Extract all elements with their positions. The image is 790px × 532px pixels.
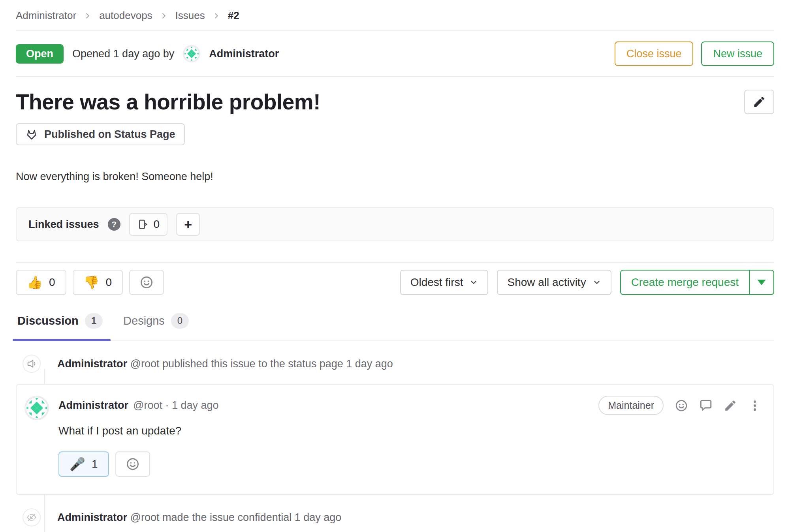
title-row: There was a horrible problem! (16, 90, 774, 115)
new-issue-button[interactable]: New issue (701, 41, 774, 66)
note-body: @root published this issue to the status… (130, 358, 393, 370)
activity-filter-dropdown[interactable]: Show all activity (497, 270, 611, 295)
tab-designs-label: Designs (123, 314, 165, 327)
add-reaction-button[interactable] (115, 451, 150, 477)
system-note-text: Administrator @root published this issue… (57, 358, 393, 370)
header-actions: Close issue New issue (615, 41, 774, 66)
issue-tabs: Discussion 1 Designs 0 (16, 301, 774, 341)
comment-header: Administrator @root · 1 day ago Maintain… (58, 396, 762, 415)
comment-body: What if I post an update? (58, 425, 762, 437)
linked-issues-count: 0 (154, 218, 160, 231)
note-author[interactable]: Administrator (57, 358, 127, 370)
add-reaction-icon[interactable] (675, 399, 688, 412)
system-note-published: Administrator @root published this issue… (16, 355, 774, 373)
breadcrumb-group[interactable]: Administrator (16, 9, 76, 22)
issue-page: Administrator autodevops Issues #2 Open … (0, 0, 790, 526)
divider (16, 76, 774, 77)
gitlab-tanuki-icon (25, 128, 38, 141)
more-actions-icon[interactable] (748, 399, 762, 412)
chevron-right-icon (83, 11, 92, 20)
megaphone-icon (23, 355, 41, 373)
awards-toolbar-row: 👍 0 👎 0 Oldest first Show all activity (16, 263, 774, 301)
tab-designs-count: 0 (171, 313, 189, 329)
discussion-timeline: Administrator @root published this issue… (16, 341, 774, 526)
help-icon[interactable]: ? (108, 218, 120, 231)
author-link[interactable]: Administrator (209, 48, 279, 60)
thumbs-up-award-button[interactable]: 👍 0 (16, 270, 66, 295)
create-merge-request-dropdown-toggle[interactable] (749, 271, 773, 294)
chevron-right-icon (160, 11, 168, 20)
thumbs-up-icon: 👍 (27, 276, 43, 289)
tab-discussion-count: 1 (85, 313, 103, 329)
eye-slash-icon (23, 508, 41, 526)
chevron-down-icon (592, 278, 601, 287)
issue-status-row: Open Opened 1 day ago by Administrator C… (16, 31, 774, 76)
close-issue-button[interactable]: Close issue (615, 41, 694, 66)
thumbs-up-count: 0 (49, 276, 55, 289)
thumbs-down-award-button[interactable]: 👎 0 (73, 270, 123, 295)
create-merge-request-button[interactable]: Create merge request (621, 271, 749, 294)
system-note-text: Administrator @root made the issue confi… (57, 511, 341, 524)
tab-discussion[interactable]: Discussion 1 (16, 304, 104, 340)
microphone-award-count: 1 (92, 458, 98, 470)
status-badge: Open (16, 44, 64, 64)
avatar[interactable] (183, 45, 200, 62)
note-author[interactable]: Administrator (57, 511, 127, 523)
tab-designs[interactable]: Designs 0 (122, 304, 190, 340)
microphone-award-button[interactable]: 🎤 1 (58, 451, 109, 477)
comment-content: Administrator @root · 1 day ago Maintain… (58, 396, 762, 477)
note-body: @root made the issue confidential 1 day … (130, 511, 342, 523)
comment-author-link[interactable]: Administrator (58, 399, 128, 412)
sort-dropdown-label: Oldest first (410, 276, 463, 289)
published-status-page-badge: Published on Status Page (16, 123, 185, 145)
breadcrumb-project[interactable]: autodevops (99, 9, 152, 22)
role-badge: Maintainer (598, 396, 664, 415)
linked-issues-count-chip: 0 (129, 213, 168, 236)
issue-description: Now everything is broken! Someone help! (16, 171, 774, 183)
breadcrumb-current-issue: #2 (228, 9, 239, 22)
breadcrumb-issues[interactable]: Issues (175, 9, 205, 22)
reply-comment-icon[interactable] (699, 399, 713, 412)
opened-text: Opened 1 day ago by (72, 48, 174, 60)
smiley-icon (126, 457, 140, 471)
edit-comment-icon[interactable] (724, 399, 737, 412)
tab-discussion-label: Discussion (17, 314, 79, 327)
caret-down-icon (757, 280, 766, 285)
published-status-page-label: Published on Status Page (44, 128, 175, 141)
issue-title: There was a horrible problem! (16, 90, 320, 115)
comment-actions: Maintainer (598, 396, 762, 415)
avatar[interactable] (24, 396, 49, 420)
comment-card: Administrator @root · 1 day ago Maintain… (16, 384, 774, 495)
discussion-toolbar: Oldest first Show all activity Create me… (400, 270, 774, 295)
edit-title-button[interactable] (744, 90, 774, 114)
linked-issues-title: Linked issues (28, 218, 99, 231)
create-merge-request-split-button: Create merge request (620, 270, 774, 295)
pencil-icon (752, 95, 766, 109)
comment-awards: 🎤 1 (58, 451, 762, 477)
sort-dropdown[interactable]: Oldest first (400, 270, 489, 295)
issue-document-icon (137, 218, 149, 230)
add-reaction-button[interactable] (129, 270, 164, 295)
thumbs-down-icon: 👎 (84, 276, 100, 289)
comment-meta[interactable]: @root · 1 day ago (133, 399, 219, 412)
smiley-icon (139, 275, 154, 289)
chevron-right-icon (212, 11, 221, 20)
chevron-down-icon (469, 278, 478, 287)
linked-issues-section: Linked issues ? 0 + (16, 207, 774, 241)
add-linked-issue-button[interactable]: + (176, 213, 200, 236)
thumbs-down-count: 0 (105, 276, 112, 289)
system-note-confidential: Administrator @root made the issue confi… (16, 508, 774, 526)
activity-filter-label: Show all activity (507, 276, 586, 289)
microphone-icon: 🎤 (70, 458, 85, 470)
breadcrumb: Administrator autodevops Issues #2 (16, 0, 774, 30)
